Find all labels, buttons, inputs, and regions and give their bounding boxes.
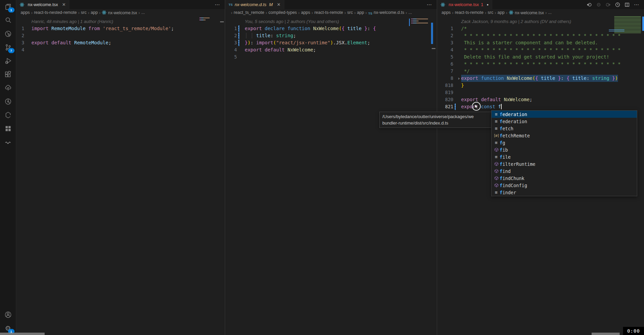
tab-nx-welcome-tsx-errors[interactable]: nx-welcome.tsx 1 ● (437, 0, 492, 9)
line-number: 6 (437, 61, 453, 68)
squiggle-icon[interactable] (0, 135, 16, 149)
code-line: 5 (225, 53, 437, 61)
nav-forward-icon[interactable] (605, 2, 611, 7)
code-area: 1export declare function NxWelcome({ tit… (225, 25, 437, 61)
nav-circle-icon[interactable] (596, 2, 601, 7)
nav-back-icon[interactable] (587, 2, 592, 7)
extensions-icon[interactable] (0, 68, 16, 81)
tab-nx-welcome-tsx[interactable]: nx-welcome.tsx ✕ (16, 0, 69, 9)
breadcrumb-item[interactable]: app (91, 10, 98, 15)
line-number: 2 (16, 32, 24, 39)
breadcrumb-item[interactable]: ... (548, 10, 551, 15)
gutter-decorations (237, 25, 245, 32)
run-debug-icon[interactable] (0, 54, 16, 68)
more-actions-icon[interactable]: ⋯ (634, 2, 639, 8)
tab-label: nx-welcome.tsx (28, 2, 58, 7)
suggest-item[interactable]: findChunk (492, 175, 637, 182)
grid-icon[interactable] (0, 122, 16, 135)
editor[interactable]: You, 5 seconds ago | 2 authors (You and … (225, 16, 437, 335)
code-line: 4 (16, 46, 225, 53)
gutter-decorations (453, 32, 461, 39)
suggest-label: file (500, 154, 511, 160)
line-number: 4 (225, 46, 237, 53)
gutter-decorations (453, 82, 461, 89)
breadcrumb-item[interactable]: app (498, 10, 505, 15)
fold-chevron-icon[interactable]: › (457, 75, 460, 82)
close-icon[interactable]: ✕ (62, 2, 66, 7)
code-text: * * * * * * * * * * * * * * * * * * * * … (461, 32, 621, 39)
breadcrumb-item[interactable]: react-ts-nested-remote (34, 10, 76, 15)
breadcrumb-item[interactable]: compiled-types (268, 10, 297, 15)
breadcrumb-label: apps (442, 10, 451, 15)
breadcrumb-separator: › (365, 10, 367, 15)
close-icon[interactable]: ✕ (277, 2, 281, 7)
breadcrumb-item[interactable]: src (81, 10, 87, 15)
suggest-item[interactable]: [ø]fetchRemote (492, 132, 637, 139)
timeline-icon[interactable] (615, 2, 620, 7)
suggest-item[interactable]: ≡file (492, 153, 637, 160)
breadcrumb-separator: › (452, 10, 453, 15)
tab-nx-welcome-dts[interactable]: TS nx-welcome.d.ts M ✕ (225, 0, 284, 9)
breadcrumb-item[interactable]: react_ts_remote (234, 10, 264, 15)
suggest-item[interactable]: ≡finder (492, 189, 637, 196)
circle-pin-icon[interactable] (0, 27, 16, 41)
breadcrumb-item[interactable]: nx-welcome.tsx (509, 10, 544, 15)
gutter-decorations (453, 25, 461, 32)
source-control-icon[interactable]: 7 (0, 41, 16, 54)
breadcrumb-label: compiled-types (268, 10, 297, 15)
tab-label: nx-welcome.d.ts (235, 2, 266, 7)
code-line: 6 * * * * * * * * * * * * * * * * * * * … (437, 61, 644, 68)
module-suggestion-icon (493, 160, 500, 168)
breadcrumb-label: app (357, 10, 364, 15)
breadcrumb-item[interactable]: react-ts-remote (314, 10, 343, 15)
line-number: 7 (437, 68, 453, 75)
breadcrumb-item[interactable]: ... (141, 10, 145, 15)
breadcrumb-label: nx-welcome.tsx (108, 10, 137, 15)
recording-timer: 0:00 (623, 327, 644, 335)
breadcrumb-item[interactable]: nx-welcome.tsx (102, 10, 137, 15)
breadcrumb-item[interactable]: TSnx-welcome.d.ts (368, 10, 404, 15)
breadcrumb-label: nx-welcome.d.ts (374, 10, 404, 15)
more-actions-icon[interactable]: ⋯ (427, 2, 432, 8)
suggest-item[interactable]: findConfig (492, 182, 637, 189)
dirty-dot-icon[interactable]: ● (487, 3, 488, 6)
suggest-item[interactable]: ≡fetch (492, 125, 637, 132)
modified-gutter-bar (455, 104, 456, 110)
line-number: 5 (225, 53, 237, 61)
breadcrumb-item[interactable]: src (347, 10, 353, 15)
breadcrumb-item[interactable]: apps (301, 10, 310, 15)
explorer-icon[interactable]: 1 (0, 0, 16, 14)
minimap[interactable] (409, 19, 428, 31)
breadcrumb-item[interactable]: apps (21, 10, 30, 15)
account-icon[interactable] (0, 308, 16, 321)
tree-check-icon[interactable] (0, 81, 16, 95)
breadcrumb-item[interactable]: apps (442, 10, 451, 15)
suggest-item[interactable]: ≡federation (492, 118, 637, 125)
minimap[interactable] (199, 18, 210, 22)
modified-gutter-bar (238, 25, 239, 32)
circle-branch-icon[interactable] (0, 95, 16, 108)
breadcrumb-item[interactable]: ... (408, 10, 412, 15)
code-text: export function NxWelcome({ title }: { t… (461, 75, 618, 82)
suggest-item[interactable]: ≡fg (492, 139, 637, 146)
suggest-item[interactable]: ≡federation (492, 111, 637, 118)
suggest-item[interactable]: filterRuntime (492, 160, 637, 168)
code-line: 8›export function NxWelcome({ title }: {… (437, 75, 644, 82)
activity-bar-bottom: ⚙ 1 (0, 308, 16, 335)
text-caret (501, 104, 502, 109)
breadcrumb-item[interactable]: src (488, 10, 494, 15)
split-editor-icon[interactable] (624, 2, 630, 7)
code-text: * * * * * * * * * * * * * * * * * * * * … (461, 46, 621, 53)
search-icon[interactable] (0, 14, 16, 27)
suggest-item[interactable]: find (492, 168, 637, 175)
explorer-badge: 1 (8, 7, 15, 13)
editor[interactable]: Hanric, 48 minutes ago | 1 author (Hanri… (16, 16, 225, 335)
suggest-label: findConfig (500, 183, 527, 188)
suggest-item[interactable]: fib (492, 146, 637, 153)
ribbon-icon[interactable] (0, 108, 16, 122)
breadcrumb-item[interactable]: app (357, 10, 364, 15)
gutter-decorations (24, 46, 31, 53)
breadcrumb-label: src (488, 10, 494, 15)
breadcrumb-item[interactable]: react-ts-remote (455, 10, 483, 15)
more-actions-icon[interactable]: ⋯ (215, 2, 220, 8)
